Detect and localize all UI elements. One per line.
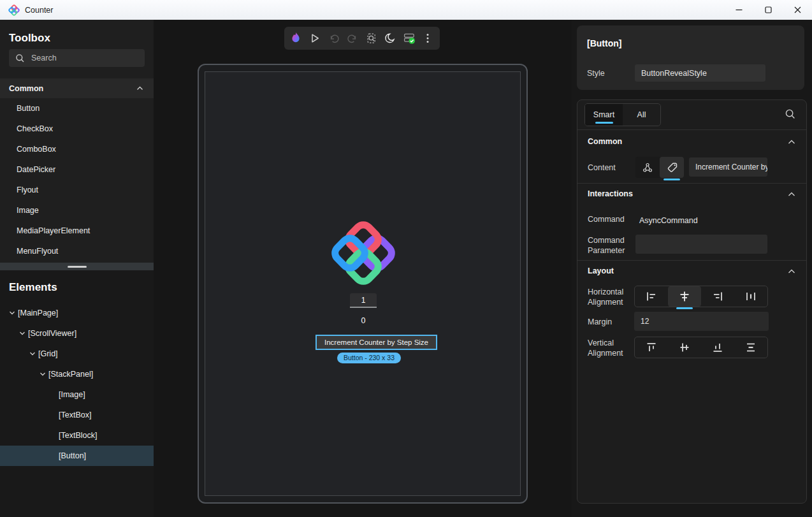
valign-center-button[interactable] [668, 337, 701, 358]
properties-card: Smart All Common Content [577, 99, 807, 504]
command-parameter-label: Command Parameter [588, 235, 632, 256]
hot-reload-flame-icon[interactable] [289, 31, 303, 45]
step-size-textbox[interactable]: 1 [350, 293, 377, 308]
section-interactions-title: Interactions [588, 189, 633, 198]
more-options-icon[interactable] [421, 31, 435, 45]
toolbox-item-menuflyout[interactable]: MenuFlyout [0, 241, 154, 261]
tab-smart[interactable]: Smart [585, 104, 623, 126]
title-bar: Counter [0, 0, 812, 20]
margin-input[interactable]: 12 [634, 312, 769, 331]
toolbox-item-combobox[interactable]: ComboBox [0, 139, 154, 159]
panel-splitter[interactable] [0, 263, 154, 270]
content-mode-toggle [635, 157, 684, 178]
selected-element-title: [Button] [587, 38, 621, 48]
valign-bottom-icon [711, 341, 724, 354]
search-icon [15, 54, 25, 63]
tree-item-textbox[interactable]: [TextBox] [0, 405, 154, 425]
toolbox-search[interactable] [9, 49, 145, 67]
toolbox-item-flyout[interactable]: Flyout [0, 180, 154, 200]
increment-button[interactable]: Increment Counter by Step Size [317, 336, 436, 349]
minimize-button[interactable] [724, 0, 753, 20]
play-icon[interactable] [308, 31, 322, 45]
connection-status-icon[interactable] [402, 31, 416, 45]
style-input[interactable]: ButtonRevealStyle [635, 64, 765, 82]
toolbox-item-datepicker[interactable]: DatePicker [0, 159, 154, 180]
chevron-down-icon [19, 330, 25, 337]
designer-toolbar [284, 27, 440, 50]
device-frame: 1 0 Increment Counter by Step Size Butto… [198, 64, 528, 504]
tree-item-grid[interactable]: [Grid] [0, 344, 154, 364]
tree-item-scrollviewer[interactable]: [ScrollViewer] [0, 323, 154, 344]
align-left-icon [645, 290, 658, 303]
tree-item-mainpage[interactable]: [MainPage] [0, 303, 154, 323]
chevron-up-icon[interactable] [788, 268, 795, 275]
section-layout-title: Layout [588, 266, 614, 275]
vertical-alignment-label: Vertical Alignment [588, 338, 634, 358]
valign-top-button[interactable] [635, 337, 668, 358]
chevron-down-icon [29, 351, 36, 357]
margin-label: Margin [588, 317, 612, 326]
valign-stretch-button[interactable] [734, 337, 767, 358]
toolbox-panel: Toolbox Common Button CheckBox ComboBox … [0, 20, 154, 517]
valign-top-icon [645, 341, 658, 354]
selection-size-badge: Button - 230 x 33 [337, 353, 401, 363]
theme-toggle-moon-icon[interactable] [383, 31, 397, 45]
toolbox-item-image[interactable]: Image [0, 200, 154, 221]
align-stretch-button[interactable] [734, 286, 767, 307]
undo-icon[interactable] [327, 31, 341, 45]
tree-item-image[interactable]: [Image] [0, 384, 154, 405]
property-inspector: [Button] Style ButtonRevealStyle Smart A… [572, 20, 812, 517]
content-label: Content [588, 163, 616, 172]
align-center-button[interactable] [668, 286, 701, 307]
content-binding-mode-button[interactable] [635, 157, 660, 178]
align-right-icon [711, 290, 724, 303]
design-surface[interactable]: 1 0 Increment Counter by Step Size Butto… [205, 71, 521, 496]
uno-logo-image[interactable] [330, 220, 396, 286]
align-right-button[interactable] [701, 286, 734, 307]
maximize-button[interactable] [753, 0, 783, 20]
toolbox-item-mediaplayerelement[interactable]: MediaPlayerElement [0, 221, 154, 241]
chevron-down-icon [40, 371, 46, 377]
inspect-element-icon[interactable] [365, 31, 379, 45]
design-canvas-area: 1 0 Increment Counter by Step Size Butto… [154, 20, 572, 517]
selection-adorner: Increment Counter by Step Size [315, 335, 437, 350]
active-tab-indicator [595, 122, 613, 124]
command-label: Command [588, 215, 625, 224]
chevron-up-icon[interactable] [788, 138, 795, 146]
app-logo-icon [8, 4, 20, 16]
content-literal-mode-button[interactable] [660, 157, 684, 178]
section-common-title: Common [588, 137, 622, 146]
tab-all[interactable]: All [623, 104, 660, 126]
binding-icon [642, 162, 653, 173]
toolbox-group-common[interactable]: Common [0, 78, 154, 98]
tag-icon [666, 161, 678, 173]
search-input[interactable] [31, 54, 133, 62]
chevron-up-icon [136, 85, 143, 92]
command-value[interactable]: AsyncCommand [639, 216, 698, 225]
tree-item-stackpanel[interactable]: [StackPanel] [0, 364, 154, 384]
align-stretch-icon [744, 290, 757, 303]
command-parameter-input[interactable] [635, 235, 767, 254]
tree-item-textblock[interactable]: [TextBlock] [0, 425, 154, 446]
tree-item-button[interactable]: [Button] [0, 446, 154, 466]
counter-textblock: 0 [205, 316, 521, 325]
content-input[interactable]: Increment Counter by [689, 157, 767, 177]
align-left-button[interactable] [635, 286, 668, 307]
elements-panel: Elements [MainPage] [ScrollViewer] [Grid… [0, 270, 154, 517]
vertical-alignment-control [634, 337, 768, 358]
chevron-down-icon [9, 310, 15, 316]
property-tabs: Smart All [584, 103, 661, 126]
properties-search-icon[interactable] [785, 108, 796, 120]
valign-bottom-button[interactable] [701, 337, 734, 358]
style-label: Style [587, 69, 605, 78]
active-mode-indicator [663, 178, 680, 180]
align-center-icon [678, 290, 691, 303]
toolbox-item-button[interactable]: Button [0, 98, 154, 119]
redo-icon[interactable] [345, 31, 359, 45]
toolbox-title: Toolbox [9, 32, 50, 45]
valign-center-icon [678, 341, 691, 354]
chevron-up-icon[interactable] [788, 191, 795, 198]
horizontal-alignment-control [634, 286, 768, 307]
close-button[interactable] [783, 0, 812, 20]
toolbox-item-checkbox[interactable]: CheckBox [0, 119, 154, 139]
